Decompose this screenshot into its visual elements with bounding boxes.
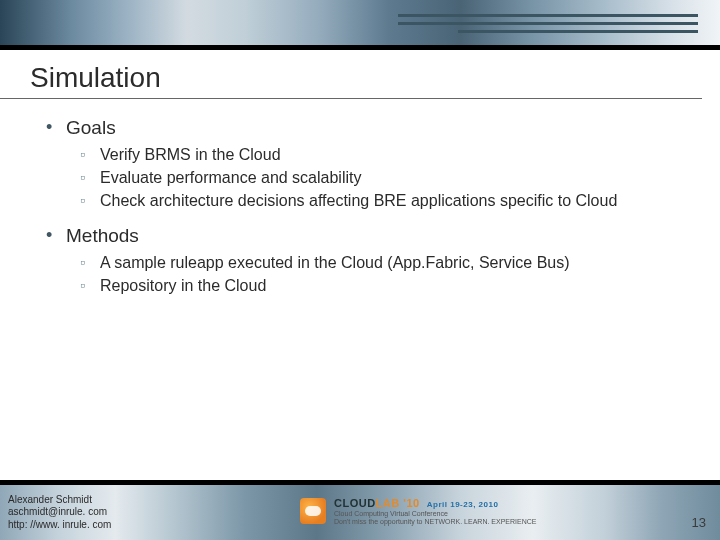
bullet-list: Goals Verify BRMS in the Cloud Evaluate …: [44, 117, 676, 297]
list-item: A sample ruleapp executed in the Cloud (…: [80, 253, 676, 274]
list-item: Evaluate performance and scalability: [80, 168, 676, 189]
slide-body: Goals Verify BRMS in the Cloud Evaluate …: [0, 99, 720, 480]
event-title-b: LAB '10: [376, 497, 420, 509]
list-item: Check architecture decisions affecting B…: [80, 191, 676, 212]
section-heading: Goals Verify BRMS in the Cloud Evaluate …: [44, 117, 676, 211]
header-rule: [398, 22, 698, 25]
author-email: aschmidt@inrule. com: [8, 506, 111, 519]
event-text: CLOUDLAB '10 April 19-23, 2010 Cloud Com…: [334, 497, 536, 526]
section-heading-text: Goals: [66, 117, 116, 138]
list-item: Verify BRMS in the Cloud: [80, 145, 676, 166]
event-cta: Don't miss the opportunity to NETWORK. L…: [334, 518, 536, 526]
event-title: CLOUDLAB '10 April 19-23, 2010: [334, 497, 536, 510]
cloud-icon: [300, 498, 326, 524]
author-url: http: //www. inrule. com: [8, 519, 111, 532]
author-name: Alexander Schmidt: [8, 494, 111, 507]
list-item: Repository in the Cloud: [80, 276, 676, 297]
sub-bullet-list: Verify BRMS in the Cloud Evaluate perfor…: [80, 145, 676, 211]
page-number: 13: [692, 515, 706, 530]
event-dates: April 19-23, 2010: [427, 500, 499, 509]
section-heading-text: Methods: [66, 225, 139, 246]
footer-author: Alexander Schmidt aschmidt@inrule. com h…: [0, 494, 111, 532]
event-badge: CLOUDLAB '10 April 19-23, 2010 Cloud Com…: [300, 497, 536, 526]
event-title-a: CLOUD: [334, 497, 376, 509]
sub-bullet-list: A sample ruleapp executed in the Cloud (…: [80, 253, 676, 297]
header-rule: [458, 30, 698, 33]
header-rules: [398, 14, 698, 38]
header-rule: [398, 14, 698, 17]
slide: Simulation Goals Verify BRMS in the Clou…: [0, 0, 720, 540]
header-banner: [0, 0, 720, 50]
event-tagline: Cloud Computing Virtual Conference: [334, 510, 536, 518]
section-heading: Methods A sample ruleapp executed in the…: [44, 225, 676, 297]
slide-title: Simulation: [0, 50, 702, 99]
footer: Alexander Schmidt aschmidt@inrule. com h…: [0, 480, 720, 540]
